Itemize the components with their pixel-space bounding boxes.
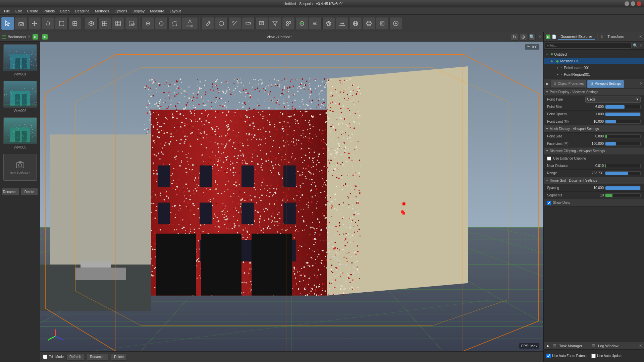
distance-clipping-section-header[interactable]: ▼ Distance Clipping - Viewport Settings xyxy=(544,147,644,155)
viewport-canvas[interactable]: Y: 100 FPS: Max X Y Z xyxy=(40,42,543,351)
point-limit-slider[interactable] xyxy=(605,120,641,124)
minimize-button[interactable] xyxy=(625,1,629,6)
menu-panels[interactable]: Panels xyxy=(41,8,58,14)
home-grid-section-header[interactable]: ▼ Home Grid - Document Settings xyxy=(544,177,644,184)
use-distance-clipping-checkbox[interactable] xyxy=(547,157,551,161)
rect-select-button[interactable] xyxy=(168,17,181,30)
viewport-fit-icon[interactable]: ⊕ xyxy=(520,33,527,41)
menu-layout[interactable]: Layout xyxy=(167,8,183,14)
point-opacity-slider[interactable] xyxy=(605,112,641,116)
annotation-button[interactable] xyxy=(255,17,268,30)
viewport-zoom-icon[interactable]: 🔍 xyxy=(528,33,536,41)
viewport-settings-tab[interactable]: ⚙ Viewport Settings xyxy=(587,80,624,88)
range-slider[interactable] xyxy=(605,171,641,175)
tree-item-pointregion001[interactable]: ► ⋅ PointRegion001 xyxy=(544,71,644,78)
task-close-icon[interactable]: ✕ xyxy=(639,344,642,348)
number-view-button[interactable]: 123 xyxy=(125,17,138,30)
point-size-slider[interactable] xyxy=(605,105,641,109)
props-panel-expand[interactable]: ▶ xyxy=(545,81,550,86)
spacing-slider[interactable] xyxy=(605,186,641,190)
colorize-button[interactable] xyxy=(296,17,308,30)
viewport-rename-button[interactable]: Rename... xyxy=(87,353,108,361)
sphere-button[interactable] xyxy=(363,17,375,30)
select-tool-button[interactable] xyxy=(1,17,14,30)
mesh-point-size-slider[interactable] xyxy=(605,134,641,138)
menu-options[interactable]: Options xyxy=(112,8,130,14)
tree-item-untitled[interactable]: ▼ ■ Untitled xyxy=(544,51,644,58)
new-bookmark-button[interactable]: New Bookmark xyxy=(3,154,37,181)
point-display-section-header[interactable]: ▼ Point Display - Viewport Settings xyxy=(544,88,644,96)
view002-thumbnail[interactable] xyxy=(3,81,37,108)
measure-tool-button[interactable] xyxy=(242,17,255,30)
filter-search-icon[interactable]: 🔍 xyxy=(633,43,638,48)
clip-tool-button[interactable]: CLIP xyxy=(182,17,198,30)
log-window-label[interactable]: Log Window xyxy=(598,344,619,348)
task-panel-expand[interactable]: ▶ xyxy=(546,344,550,348)
viewport-refresh-icon[interactable]: ↻ xyxy=(511,33,518,41)
right-panel-expand-icon[interactable]: ▶ xyxy=(546,35,550,39)
camera-tool-button[interactable] xyxy=(15,17,28,30)
bookmark-close-icon[interactable]: ✕ xyxy=(28,35,31,39)
segment-tool-button[interactable] xyxy=(228,17,241,30)
delete-button[interactable]: Delete xyxy=(21,188,38,195)
auto-zoom-label[interactable]: Use Auto Zoom Extents xyxy=(546,354,587,358)
tree-item-mesher001[interactable]: ▶ ◆ Mesher001 xyxy=(544,58,644,64)
polygon-select-button[interactable] xyxy=(215,17,228,30)
move-tool-button[interactable] xyxy=(28,17,41,30)
right-panel-close-icon[interactable]: ✕ xyxy=(639,35,642,39)
align-button[interactable] xyxy=(309,17,322,30)
show-units-checkbox[interactable] xyxy=(547,201,551,205)
menu-measure[interactable]: Measure xyxy=(147,8,167,14)
top-view-button[interactable] xyxy=(98,17,111,30)
segments-slider[interactable] xyxy=(605,193,641,197)
point-type-dropdown[interactable]: Circle ▼ xyxy=(585,97,641,103)
close-button[interactable] xyxy=(637,1,641,6)
transform-tab[interactable]: Transform xyxy=(605,34,627,40)
lasso-select-button[interactable] xyxy=(155,17,168,30)
point-select-button[interactable] xyxy=(142,17,154,30)
object-properties-tab[interactable]: ⚙ Object Properties xyxy=(550,80,587,88)
menu-display[interactable]: Display xyxy=(130,8,147,14)
menu-create[interactable]: Create xyxy=(24,8,41,14)
menu-methods[interactable]: Methods xyxy=(92,8,112,14)
menu-batch[interactable]: Batch xyxy=(57,8,72,14)
mesh-button[interactable] xyxy=(322,17,335,30)
auto-update-label[interactable]: Use Auto Update xyxy=(591,354,623,358)
rename-button[interactable]: Rename... xyxy=(2,188,19,195)
settings2-button[interactable] xyxy=(376,17,389,30)
viewport-expand-icon[interactable]: ▶ xyxy=(42,34,48,40)
bookmark-expand-icon[interactable]: ▶ xyxy=(33,34,38,40)
menu-deadline[interactable]: Deadline xyxy=(72,8,92,14)
edit-mode-checkbox[interactable] xyxy=(43,355,47,359)
auto-update-checkbox[interactable] xyxy=(591,354,596,358)
globe-button[interactable] xyxy=(349,17,362,30)
export-button[interactable] xyxy=(336,17,348,30)
doc-explorer-tab[interactable]: Document Explorer xyxy=(558,34,595,40)
filter-input[interactable] xyxy=(545,43,632,49)
tree-item-pointloader001[interactable]: ► ⋅ PointLoader001 xyxy=(544,64,644,71)
rotate-tool-button[interactable] xyxy=(42,17,54,30)
filter-clear-icon[interactable]: ✕ xyxy=(639,43,643,48)
view001-thumbnail[interactable] xyxy=(3,44,37,71)
face-limit-slider[interactable] xyxy=(605,142,641,146)
viewport-delete-button[interactable]: Delete xyxy=(111,353,127,361)
menu-edit[interactable]: Edit xyxy=(13,8,24,14)
perspective-view-button[interactable] xyxy=(85,17,98,30)
maximize-button[interactable] xyxy=(631,1,635,6)
view003-thumbnail[interactable] xyxy=(3,117,37,144)
edit-mode-checkbox-label[interactable]: Edit Mode xyxy=(43,355,64,359)
refresh-button[interactable]: Refresh xyxy=(66,353,84,361)
transform-tool-button[interactable] xyxy=(68,17,81,30)
plus-button[interactable] xyxy=(389,17,402,30)
auto-zoom-checkbox[interactable] xyxy=(546,354,551,358)
menu-file[interactable]: File xyxy=(1,8,13,14)
paint-tool-button[interactable] xyxy=(202,17,214,30)
scale-tool-button[interactable] xyxy=(55,17,68,30)
3d-scene-canvas[interactable] xyxy=(40,42,543,351)
mesh-display-section-header[interactable]: ▼ Mesh Display - Viewport Settings xyxy=(544,125,644,133)
front-view-button[interactable] xyxy=(112,17,124,30)
near-distance-slider[interactable] xyxy=(605,164,641,168)
classification-button[interactable] xyxy=(282,17,295,30)
props-close-icon[interactable]: ✕ xyxy=(640,81,643,86)
task-manager-label[interactable]: Task Manager xyxy=(559,344,582,348)
